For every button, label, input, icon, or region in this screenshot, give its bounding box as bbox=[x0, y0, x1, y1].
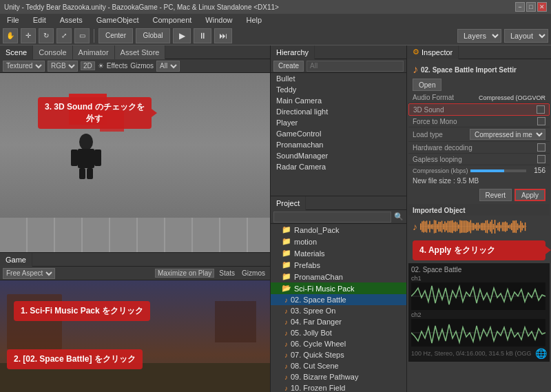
proj-item-scifi-music-pack[interactable]: 📂 Sci-Fi Music Pack bbox=[271, 282, 406, 294]
apply-button[interactable]: Apply bbox=[514, 189, 545, 201]
tab-project[interactable]: Project bbox=[271, 196, 306, 210]
hardware-decoding-checkbox[interactable] bbox=[537, 143, 545, 152]
menu-component[interactable]: Component bbox=[149, 16, 194, 24]
gizmos-filter[interactable]: All bbox=[156, 61, 180, 72]
waveform-title: 02. Space Battle bbox=[411, 266, 547, 274]
menu-help[interactable]: Help bbox=[243, 16, 264, 24]
effects-label[interactable]: Effects bbox=[107, 62, 127, 70]
tab-animator[interactable]: Animator bbox=[73, 45, 115, 59]
proj-item-spree-on[interactable]: ♪ 03. Spree On bbox=[271, 305, 406, 316]
maximize-button[interactable]: □ bbox=[526, 2, 536, 12]
hier-item-pronamachan[interactable]: Pronamachan bbox=[271, 139, 406, 150]
svg-rect-10 bbox=[425, 221, 426, 231]
sound-3d-row: 3D Sound bbox=[408, 103, 550, 116]
svg-rect-37 bbox=[466, 220, 467, 233]
proj-item-randol-pack[interactable]: 📁 Randol_Pack bbox=[271, 224, 406, 236]
menu-file[interactable]: File bbox=[4, 16, 22, 24]
proj-item-materials[interactable]: 📁 Materials bbox=[271, 247, 406, 259]
step-button[interactable]: ⏭ bbox=[214, 28, 232, 43]
load-type-row: Load type Compressed in memory bbox=[408, 127, 550, 142]
tab-inspector[interactable]: ⚙ Inspector bbox=[407, 45, 459, 59]
tab-game[interactable]: Game bbox=[0, 253, 32, 267]
wf-ch2-label: ch2 bbox=[411, 311, 547, 318]
gapless-looping-checkbox[interactable] bbox=[537, 155, 545, 163]
svg-rect-76 bbox=[525, 223, 526, 231]
hierarchy-search[interactable] bbox=[306, 61, 404, 72]
hier-item-teddy[interactable]: Teddy bbox=[271, 84, 406, 95]
proj-item-pronamachan[interactable]: 📁 PronamaChan bbox=[271, 271, 406, 282]
textured-dropdown[interactable]: Textured bbox=[3, 61, 45, 72]
tab-asset-store[interactable]: Asset Store bbox=[115, 45, 166, 59]
main-layout: Scene Console Animator Asset Store Textu… bbox=[0, 45, 551, 392]
open-button[interactable]: Open bbox=[413, 79, 441, 91]
tab-hierarchy[interactable]: Hierarchy bbox=[271, 45, 315, 59]
aspect-dropdown[interactable]: Free Aspect bbox=[3, 268, 55, 279]
rotate-tool[interactable]: ↻ bbox=[39, 28, 54, 43]
sound-3d-checkbox[interactable] bbox=[537, 105, 545, 114]
project-toolbar: 🔍 bbox=[271, 210, 406, 224]
play-button[interactable]: ▶ bbox=[173, 28, 191, 43]
proj-item-bizarre-pathway[interactable]: ♪ 09. Bizarre Pathway bbox=[271, 371, 406, 382]
stats-btn[interactable]: Stats bbox=[217, 269, 237, 277]
folder-open-icon: 📂 bbox=[282, 284, 291, 293]
svg-rect-67 bbox=[511, 223, 512, 230]
project-tabs: Project bbox=[271, 196, 406, 210]
menu-assets[interactable]: Assets bbox=[57, 16, 85, 24]
load-type-dropdown[interactable]: Compressed in memory bbox=[470, 129, 545, 140]
minimize-button[interactable]: − bbox=[515, 2, 525, 12]
proj-item-far-danger[interactable]: ♪ 04. Far Danger bbox=[271, 316, 406, 327]
hier-item-gamecontrol[interactable]: GameControl bbox=[271, 128, 406, 139]
scale-tool[interactable]: ⤢ bbox=[56, 28, 72, 43]
compression-slider[interactable] bbox=[470, 169, 526, 172]
folder-icon: 📁 bbox=[282, 260, 291, 269]
rgb-dropdown[interactable]: RGB bbox=[48, 61, 78, 72]
revert-button[interactable]: Revert bbox=[479, 189, 512, 201]
menu-edit[interactable]: Edit bbox=[30, 16, 49, 24]
move-tool[interactable]: ✛ bbox=[21, 28, 36, 43]
proj-item-prefabs[interactable]: 📁 Prefabs bbox=[271, 259, 406, 271]
proj-item-frozen-field[interactable]: ♪ 10. Frozen Field bbox=[271, 382, 406, 392]
tab-console[interactable]: Console bbox=[33, 45, 72, 59]
game-content[interactable]: 1. Sci-Fi Music Pack をクリック 2. [02. Space… bbox=[0, 280, 270, 392]
proj-item-jolly-bot[interactable]: ♪ 05. Jolly Bot bbox=[271, 327, 406, 338]
project-search[interactable] bbox=[273, 212, 391, 223]
svg-rect-28 bbox=[452, 220, 453, 233]
hier-item-main-camera[interactable]: Main Camera bbox=[271, 95, 406, 106]
rect-tool[interactable]: ▭ bbox=[74, 28, 90, 43]
hand-tool[interactable]: ✋ bbox=[3, 28, 18, 43]
hier-item-bullet[interactable]: Bullet bbox=[271, 73, 406, 84]
center-toggle[interactable]: Center bbox=[98, 28, 133, 43]
proj-item-cycle-wheel[interactable]: ♪ 06. Cycle Wheel bbox=[271, 338, 406, 349]
hierarchy-create-btn[interactable]: Create bbox=[273, 61, 304, 72]
menu-gameobject[interactable]: GameObject bbox=[94, 16, 142, 24]
annotation-apply: 4. Apply をクリック bbox=[413, 240, 545, 260]
hierarchy-content: Bullet Teddy Main Camera Directional lig… bbox=[271, 73, 406, 196]
proj-item-cut-scene[interactable]: ♪ 08. Cut Scene bbox=[271, 360, 406, 371]
scene-content[interactable]: 3. 3D Sound のチェックを 外す bbox=[0, 73, 270, 252]
maximize-on-play[interactable]: Maximize on Play bbox=[155, 269, 214, 278]
layers-dropdown[interactable]: Layers bbox=[457, 29, 501, 43]
hier-item-radar-camera[interactable]: Radar Camera bbox=[271, 161, 406, 172]
gizmos-game-btn[interactable]: Gizmos bbox=[240, 269, 267, 277]
hier-item-player[interactable]: Player bbox=[271, 117, 406, 128]
svg-rect-74 bbox=[521, 223, 523, 230]
game-panel-tabs: Game bbox=[0, 253, 270, 267]
gizmos-label[interactable]: Gizmos bbox=[130, 62, 154, 70]
layout-dropdown[interactable]: Layout bbox=[504, 29, 548, 43]
hier-item-soundmanager[interactable]: SoundManager bbox=[271, 150, 406, 161]
proj-item-space-battle[interactable]: ♪ 02. Space Battle bbox=[271, 294, 406, 305]
wf-info: 100 Hz, Stereo, 0/4:16.000, 314.5 kB (OG… bbox=[411, 350, 532, 357]
tab-scene[interactable]: Scene bbox=[0, 45, 33, 59]
force-mono-checkbox[interactable] bbox=[537, 117, 545, 125]
pause-button[interactable]: ⏸ bbox=[194, 28, 211, 43]
proj-item-motion[interactable]: 📁 motion bbox=[271, 236, 406, 247]
scene-2d-toggle[interactable]: 2D bbox=[81, 61, 95, 70]
close-button[interactable]: ✕ bbox=[537, 2, 547, 12]
proj-item-quick-steps[interactable]: ♪ 07. Quick Steps bbox=[271, 349, 406, 360]
load-type-label: Load type bbox=[413, 131, 470, 138]
globe-icon[interactable]: 🌐 bbox=[535, 348, 547, 359]
svg-rect-26 bbox=[449, 221, 450, 232]
global-toggle[interactable]: Global bbox=[136, 28, 170, 43]
hier-item-dir-light[interactable]: Directional light bbox=[271, 106, 406, 117]
menu-window[interactable]: Window bbox=[202, 16, 235, 24]
